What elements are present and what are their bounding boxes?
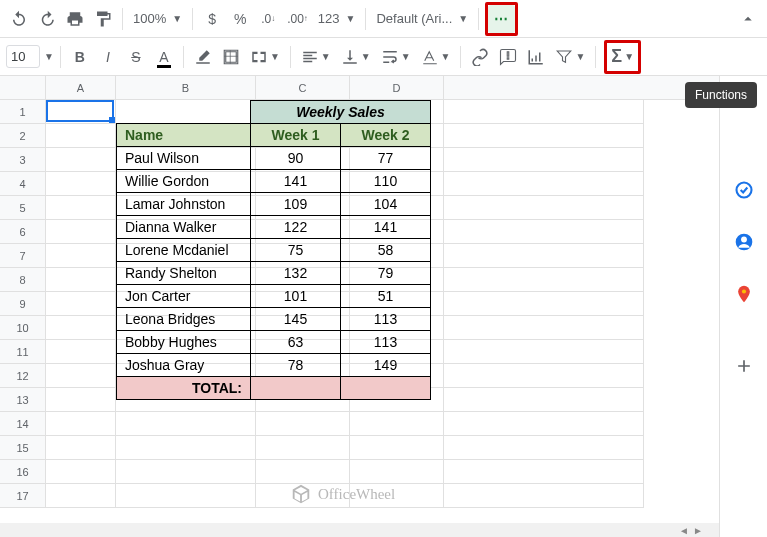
cell[interactable]	[444, 436, 644, 460]
cell[interactable]	[116, 412, 256, 436]
row-header[interactable]: 15	[0, 436, 46, 460]
cell[interactable]	[46, 316, 116, 340]
percent-button[interactable]: %	[227, 5, 253, 33]
week1-cell[interactable]: 90	[251, 147, 341, 170]
cell[interactable]	[46, 412, 116, 436]
cell[interactable]	[116, 460, 256, 484]
cell[interactable]	[444, 148, 644, 172]
insert-link-button[interactable]	[467, 43, 493, 71]
name-cell[interactable]: Randy Shelton	[117, 262, 251, 285]
more-toolbar-button[interactable]: ⋯	[488, 5, 515, 33]
increase-decimal-button[interactable]: .00↑	[283, 5, 312, 33]
print-button[interactable]	[62, 5, 88, 33]
cell[interactable]	[46, 460, 116, 484]
cell[interactable]	[116, 484, 256, 508]
name-cell[interactable]: Joshua Gray	[117, 354, 251, 377]
name-cell[interactable]: Leona Bridges	[117, 308, 251, 331]
select-all-corner[interactable]	[0, 76, 46, 99]
row-header[interactable]: 16	[0, 460, 46, 484]
row-header[interactable]: 11	[0, 340, 46, 364]
cell[interactable]	[46, 388, 116, 412]
cell[interactable]	[46, 172, 116, 196]
cell[interactable]	[46, 340, 116, 364]
keep-icon[interactable]	[732, 178, 756, 202]
filter-button[interactable]: ▼	[551, 43, 589, 71]
cell[interactable]	[444, 364, 644, 388]
row-header[interactable]: 7	[0, 244, 46, 268]
name-cell[interactable]: Lorene Mcdaniel	[117, 239, 251, 262]
row-header[interactable]: 13	[0, 388, 46, 412]
col-header[interactable]: C	[256, 76, 350, 99]
cell[interactable]	[256, 460, 350, 484]
functions-button[interactable]: Σ▼	[607, 43, 638, 71]
row-header[interactable]: 9	[0, 292, 46, 316]
currency-button[interactable]: $	[199, 5, 225, 33]
week1-cell[interactable]: 63	[251, 331, 341, 354]
cell[interactable]	[444, 268, 644, 292]
name-cell[interactable]: Lamar Johnston	[117, 193, 251, 216]
col-header[interactable]: B	[116, 76, 256, 99]
font-size-input[interactable]	[6, 45, 40, 68]
name-cell[interactable]: Paul Wilson	[117, 147, 251, 170]
cell[interactable]	[444, 244, 644, 268]
number-format-dropdown[interactable]: 123▼	[314, 11, 360, 26]
cell[interactable]	[46, 484, 116, 508]
cell[interactable]	[444, 316, 644, 340]
decrease-decimal-button[interactable]: .0↓	[255, 5, 281, 33]
cell[interactable]	[444, 100, 644, 124]
name-cell[interactable]: Dianna Walker	[117, 216, 251, 239]
cell[interactable]	[444, 460, 644, 484]
week2-cell[interactable]: 51	[341, 285, 431, 308]
vertical-align-button[interactable]: ▼	[337, 43, 375, 71]
text-rotation-button[interactable]: ▼	[417, 43, 455, 71]
cell[interactable]	[256, 436, 350, 460]
borders-button[interactable]	[218, 43, 244, 71]
scroll-left-icon[interactable]: ◄	[677, 523, 691, 537]
week1-cell[interactable]: 132	[251, 262, 341, 285]
row-header[interactable]: 3	[0, 148, 46, 172]
row-header[interactable]: 4	[0, 172, 46, 196]
cell[interactable]	[46, 148, 116, 172]
week1-cell[interactable]: 122	[251, 216, 341, 239]
cell[interactable]	[444, 388, 644, 412]
name-cell[interactable]: Willie Gordon	[117, 170, 251, 193]
redo-button[interactable]	[34, 5, 60, 33]
cell[interactable]	[444, 172, 644, 196]
week2-cell[interactable]: 113	[341, 308, 431, 331]
paint-format-button[interactable]	[90, 5, 116, 33]
cell[interactable]	[350, 436, 444, 460]
cell[interactable]	[46, 220, 116, 244]
bold-button[interactable]: B	[67, 43, 93, 71]
cell[interactable]	[444, 340, 644, 364]
cell[interactable]	[46, 268, 116, 292]
row-header[interactable]: 12	[0, 364, 46, 388]
sheet-area[interactable]: A B C D 1234567891011121314151617 Weekly…	[0, 76, 719, 537]
cell[interactable]	[350, 412, 444, 436]
cell[interactable]	[46, 436, 116, 460]
week2-cell[interactable]: 79	[341, 262, 431, 285]
row-header[interactable]: 2	[0, 124, 46, 148]
merge-cells-button[interactable]: ▼	[246, 43, 284, 71]
cell[interactable]	[46, 244, 116, 268]
add-addon-icon[interactable]	[732, 354, 756, 378]
strikethrough-button[interactable]: S	[123, 43, 149, 71]
week1-cell[interactable]: 101	[251, 285, 341, 308]
zoom-dropdown[interactable]: 100%▼	[129, 11, 186, 26]
cell[interactable]	[46, 100, 116, 124]
collapse-toolbar-button[interactable]	[735, 5, 761, 33]
fill-color-button[interactable]	[190, 43, 216, 71]
cell[interactable]	[444, 196, 644, 220]
row-header[interactable]: 10	[0, 316, 46, 340]
maps-icon[interactable]	[732, 282, 756, 306]
font-dropdown[interactable]: Default (Ari...▼	[372, 11, 472, 26]
row-header[interactable]: 14	[0, 412, 46, 436]
text-color-button[interactable]: A	[151, 43, 177, 71]
row-header[interactable]: 8	[0, 268, 46, 292]
cell[interactable]	[46, 364, 116, 388]
cell[interactable]	[444, 484, 644, 508]
cell[interactable]	[444, 124, 644, 148]
row-header[interactable]: 1	[0, 100, 46, 124]
horizontal-align-button[interactable]: ▼	[297, 43, 335, 71]
week1-cell[interactable]: 78	[251, 354, 341, 377]
week1-cell[interactable]: 145	[251, 308, 341, 331]
